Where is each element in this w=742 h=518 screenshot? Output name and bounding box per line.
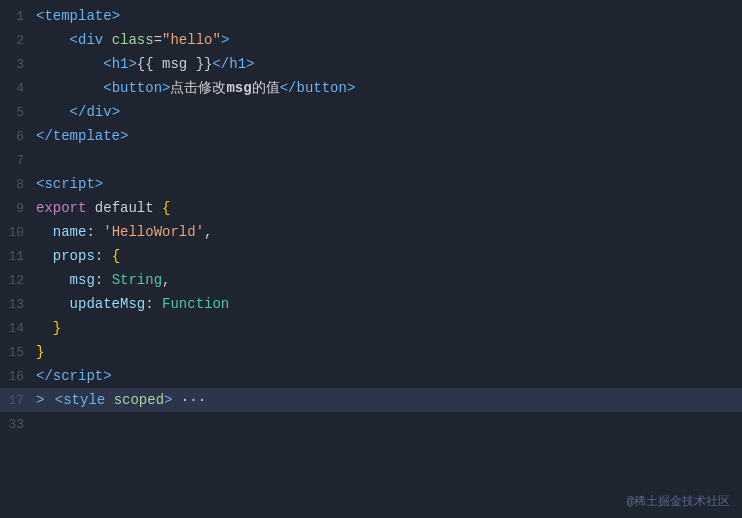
code-line: 5 </div>	[0, 100, 742, 124]
code-line: 3 <h1>{{ msg }}</h1>	[0, 52, 742, 76]
line-content	[36, 149, 742, 171]
code-line: 9export default {	[0, 196, 742, 220]
code-line: 10 name: 'HelloWorld',	[0, 220, 742, 244]
line-content: </div>	[36, 101, 742, 123]
line-number: 12	[0, 273, 36, 288]
line-number: 11	[0, 249, 36, 264]
code-line: 33	[0, 412, 742, 436]
line-content: updateMsg: Function	[36, 293, 742, 315]
line-content: <template>	[36, 5, 742, 27]
line-content: }	[36, 341, 742, 363]
line-number: 4	[0, 81, 36, 96]
code-line: 4 <button>点击修改msg的值</button>	[0, 76, 742, 100]
line-number: 8	[0, 177, 36, 192]
code-line: 14 }	[0, 316, 742, 340]
line-content: msg: String,	[36, 269, 742, 291]
code-line: 17> <style scoped> ···	[0, 388, 742, 412]
code-line: 15}	[0, 340, 742, 364]
code-line: 16</script>	[0, 364, 742, 388]
code-line: 12 msg: String,	[0, 268, 742, 292]
code-line: 1<template>	[0, 4, 742, 28]
line-number: 33	[0, 417, 36, 432]
line-content: props: {	[36, 245, 742, 267]
code-line: 8<script>	[0, 172, 742, 196]
line-content: > <style scoped> ···	[36, 389, 742, 411]
line-number: 13	[0, 297, 36, 312]
line-number: 6	[0, 129, 36, 144]
line-content: export default {	[36, 197, 742, 219]
watermark: @稀土掘金技术社区	[627, 493, 730, 510]
code-editor: 1<template>2 <div class="hello">3 <h1>{{…	[0, 0, 742, 518]
line-content	[36, 413, 742, 435]
line-number: 5	[0, 105, 36, 120]
line-number: 15	[0, 345, 36, 360]
line-content: <script>	[36, 173, 742, 195]
code-content: 1<template>2 <div class="hello">3 <h1>{{…	[0, 0, 742, 518]
line-content: </template>	[36, 125, 742, 147]
line-content: name: 'HelloWorld',	[36, 221, 742, 243]
line-number: 1	[0, 9, 36, 24]
line-number: 7	[0, 153, 36, 168]
code-line: 7	[0, 148, 742, 172]
code-line: 6</template>	[0, 124, 742, 148]
line-number: 9	[0, 201, 36, 216]
line-number: 16	[0, 369, 36, 384]
line-content: <button>点击修改msg的值</button>	[36, 77, 742, 99]
code-line: 2 <div class="hello">	[0, 28, 742, 52]
line-content: }	[36, 317, 742, 339]
line-number: 3	[0, 57, 36, 72]
code-line: 11 props: {	[0, 244, 742, 268]
line-content: </script>	[36, 365, 742, 387]
line-content: <h1>{{ msg }}</h1>	[36, 53, 742, 75]
line-number: 10	[0, 225, 36, 240]
line-number: 17	[0, 393, 36, 408]
line-content: <div class="hello">	[36, 29, 742, 51]
line-number: 14	[0, 321, 36, 336]
code-line: 13 updateMsg: Function	[0, 292, 742, 316]
line-number: 2	[0, 33, 36, 48]
